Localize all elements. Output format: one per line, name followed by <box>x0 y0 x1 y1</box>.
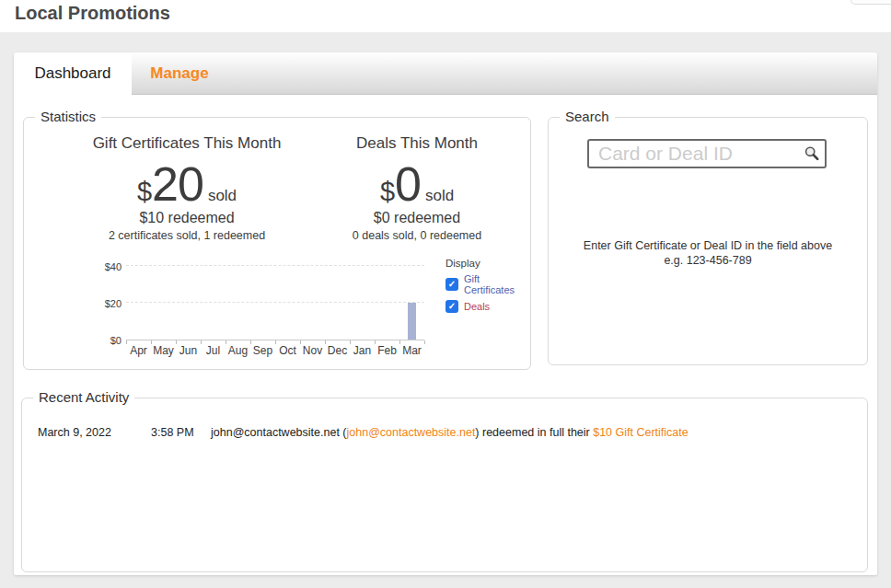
axis-tick <box>375 340 376 344</box>
x-axis-label: Nov <box>303 344 322 357</box>
deals-amount: $0sold <box>325 156 509 204</box>
gift-certificates-redeemed: $10 redeemed <box>49 210 325 226</box>
x-axis-label: Jul <box>206 344 220 357</box>
toast-corner <box>850 0 891 5</box>
x-axis-label: Sep <box>253 344 272 357</box>
tab-bar: Dashboard Manage <box>14 52 877 95</box>
chart-bar <box>408 303 416 340</box>
axis-tick <box>250 340 251 344</box>
deals-detail: 0 deals sold, 0 redeemed <box>325 229 509 242</box>
chart-display-controls: Display ✓Gift Certificates✓Deals <box>446 258 530 313</box>
checkbox-icon[interactable]: ✓ <box>446 300 458 313</box>
display-option-label: Gift Certificates <box>464 273 530 295</box>
gift-certificates-amount: $20sold <box>49 156 325 204</box>
monthly-sales-chart: $0$20$40 AprMayJunJulAugSepOctNovDecJanF… <box>96 261 434 364</box>
recent-activity-legend: Recent Activity <box>33 389 134 405</box>
x-axis-label: Dec <box>328 344 347 357</box>
x-axis-label: Jun <box>179 344 197 357</box>
search-help-line1: Enter Gift Certificate or Deal ID in the… <box>549 238 867 253</box>
currency-symbol: $ <box>137 177 152 206</box>
axis-tick <box>424 340 425 344</box>
gift-certificates-detail: 2 certificates sold, 1 redeemed <box>49 229 325 242</box>
deals-redeemed: $0 redeemed <box>325 210 509 226</box>
amount-suffix: sold <box>425 187 454 204</box>
search-input[interactable] <box>587 139 827 168</box>
activity-time: 3:58 PM <box>151 426 194 439</box>
search-icon[interactable] <box>804 145 820 162</box>
gift-certificates-title: Gift Certificates This Month <box>49 134 325 153</box>
x-axis-label: Apr <box>130 344 147 357</box>
x-axis-label: Feb <box>377 344 397 357</box>
display-label: Display <box>446 258 530 269</box>
search-input-wrap <box>587 139 827 168</box>
axis-tick <box>275 340 276 344</box>
axis-tick <box>300 340 301 344</box>
amount-suffix: sold <box>208 187 237 204</box>
axis-tick <box>350 340 351 344</box>
y-axis-label: $40 <box>96 261 122 272</box>
statistics-section: Statistics Gift Certificates This Month … <box>23 117 531 370</box>
deals-title: Deals This Month <box>325 134 509 153</box>
activity-text-fragment: john@contactwebsite.net ( <box>211 426 347 439</box>
search-help-line2: e.g. 123-456-789 <box>549 253 867 268</box>
page-title: Local Promotions <box>15 3 170 24</box>
activity-link[interactable]: $10 Gift Certificate <box>593 426 688 439</box>
grid-line <box>126 302 424 303</box>
activity-row: March 9, 20223:58 PMjohn@contactwebsite.… <box>22 426 867 441</box>
axis-tick <box>176 340 177 344</box>
tab-manage[interactable]: Manage <box>132 52 227 95</box>
x-axis-label: Jan <box>353 344 371 357</box>
grid-line <box>126 265 424 266</box>
axis-tick <box>226 340 226 344</box>
currency-symbol: $ <box>380 177 395 206</box>
checkbox-icon[interactable]: ✓ <box>446 278 458 291</box>
amount-value: 0 <box>395 157 421 211</box>
x-axis-label: Mar <box>402 344 422 357</box>
deals-stat-card: Deals This Month $0sold $0 redeemed 0 de… <box>325 118 509 242</box>
title-bar: Local Promotions <box>0 0 891 32</box>
search-help-text: Enter Gift Certificate or Deal ID in the… <box>549 238 867 268</box>
amount-value: 20 <box>152 157 203 211</box>
y-axis: $0$20$40 <box>96 261 122 340</box>
page: Local Promotions Dashboard Manage Statis… <box>0 0 891 588</box>
display-option-label: Deals <box>464 301 490 312</box>
x-axis-label: May <box>153 344 174 357</box>
y-axis-label: $0 <box>96 335 122 346</box>
tab-dashboard[interactable]: Dashboard <box>14 52 132 96</box>
activity-description: john@contactwebsite.net (john@contactweb… <box>211 426 688 439</box>
x-axis-label: Aug <box>228 344 248 357</box>
axis-tick <box>325 340 326 344</box>
display-option[interactable]: ✓Gift Certificates <box>446 273 530 295</box>
search-section: Search Enter Gift Certificate or Deal ID… <box>548 117 868 365</box>
display-option[interactable]: ✓Deals <box>446 300 530 313</box>
content-background: Dashboard Manage Statistics Gift Certifi… <box>0 32 891 588</box>
recent-activity-section: Recent Activity March 9, 20223:58 PMjohn… <box>21 398 868 572</box>
search-legend: Search <box>560 109 615 124</box>
axis-tick <box>201 340 202 344</box>
gift-certificates-stat-card: Gift Certificates This Month $20sold $10… <box>49 118 325 242</box>
axis-tick <box>151 340 152 344</box>
axis-tick <box>399 340 400 344</box>
activity-text-fragment: ) redeemed in full their <box>475 426 593 439</box>
activity-date: March 9, 2022 <box>38 426 111 439</box>
activity-link[interactable]: john@contactwebsite.net <box>347 426 476 439</box>
y-axis-label: $20 <box>96 298 122 309</box>
x-axis-label: Oct <box>279 344 296 357</box>
axis-tick <box>126 340 127 344</box>
chart-plot-area <box>126 261 424 340</box>
main-panel: Dashboard Manage Statistics Gift Certifi… <box>14 52 877 575</box>
